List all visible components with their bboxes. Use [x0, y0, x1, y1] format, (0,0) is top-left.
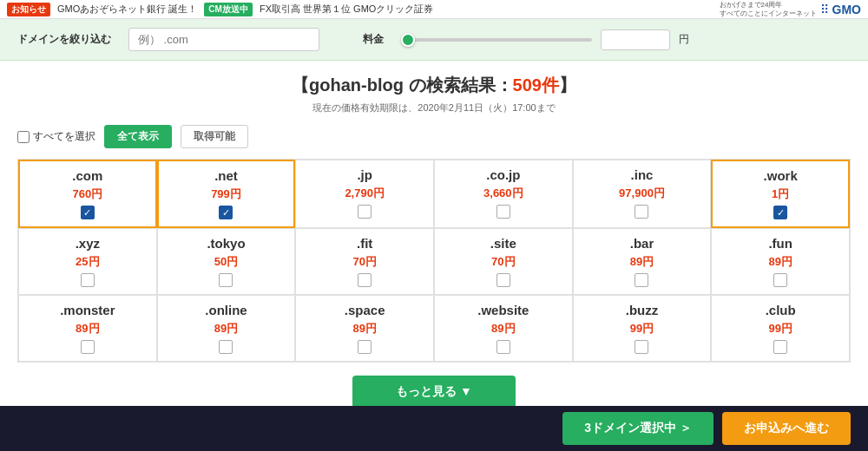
domain-name-buzz: .buzz [626, 303, 659, 317]
price-slider-container: 円 [401, 29, 851, 50]
select-all-label: すべてを選択 [33, 129, 95, 144]
domain-name-bar: .bar [630, 236, 654, 251]
domain-price-co.jp: 3,660円 [483, 186, 523, 201]
result-subtitle: 現在の価格有効期限は、2020年2月11日（火）17:00まで [17, 101, 851, 114]
all-tab-button[interactable]: 全て表示 [104, 125, 172, 148]
gmo-logo: GMO [832, 3, 861, 16]
domain-checkbox-club[interactable] [773, 340, 787, 354]
main-content: 【gohan-blog の検索結果：509件】 現在の価格有効期限は、2020年… [0, 61, 868, 430]
select-all-checkbox[interactable] [17, 131, 30, 143]
ad-right: おかげさまで24周年 すべてのことにインターネット ⠿ GMO [720, 1, 861, 17]
domain-checkbox-net[interactable] [219, 206, 233, 219]
result-title: 【gohan-blog の検索結果：509件】 [17, 74, 851, 97]
domain-filter-input[interactable] [128, 28, 319, 51]
domain-cell-monster: .monster89円 [18, 295, 157, 362]
domain-name-com: .com [72, 168, 102, 183]
domain-price-club: 99円 [768, 321, 792, 337]
price-label: 料金 [363, 32, 384, 47]
domain-price-website: 89円 [491, 321, 515, 337]
domain-name-monster: .monster [60, 303, 115, 317]
domain-name-fit: .fit [357, 236, 372, 251]
domain-cell-site: .site70円 [434, 228, 573, 295]
domain-checkbox-jp[interactable] [358, 205, 372, 219]
yen-label: 円 [679, 32, 689, 47]
domain-checkbox-online[interactable] [219, 340, 233, 354]
domain-price-inc: 97,900円 [619, 186, 665, 201]
domain-price-net: 799円 [211, 186, 241, 202]
domain-name-online: .online [205, 303, 247, 317]
domain-name-club: .club [766, 303, 796, 317]
domain-filter-label: ドメインを絞り込む [17, 32, 111, 47]
bottom-bar: 3ドメイン選択中 ＞ お申込みへ進む [0, 406, 868, 451]
tab-area: すべてを選択 全て表示 取得可能 [17, 125, 851, 148]
price-slider-thumb[interactable] [401, 33, 415, 47]
price-input[interactable] [601, 29, 670, 50]
ad-small-text: おかげさまで24周年 すべてのことにインターネット [720, 1, 817, 17]
domain-cell-website: .website89円 [434, 295, 573, 362]
domain-checkbox-website[interactable] [496, 340, 510, 354]
ad-cm-label: CM放送中 [204, 3, 253, 16]
domain-checkbox-bar[interactable] [635, 273, 648, 287]
domain-cell-club: .club99円 [711, 295, 850, 362]
domain-price-fit: 70円 [352, 254, 376, 270]
domain-cell-com: .com760円 [18, 160, 157, 228]
domain-name-tokyo: .tokyo [207, 236, 245, 251]
domain-cell-inc: .inc97,900円 [573, 160, 712, 228]
domain-checkbox-site[interactable] [496, 273, 510, 287]
domain-checkbox-work[interactable] [773, 206, 787, 219]
domain-checkbox-co.jp[interactable] [496, 205, 510, 219]
domain-cell-jp: .jp2,790円 [295, 160, 434, 228]
domain-cell-tokyo: .tokyo50円 [157, 228, 296, 295]
ad-text-1: GMOあおぞらネット銀行 誕生！ [57, 3, 197, 16]
available-tab-button[interactable]: 取得可能 [181, 125, 248, 148]
domain-cell-co.jp: .co.jp3,660円 [434, 160, 573, 228]
grid-icon: ⠿ [820, 3, 829, 16]
domain-cell-bar: .bar89円 [573, 228, 712, 295]
domain-checkbox-xyz[interactable] [81, 273, 95, 287]
domain-cell-work: .work1円 [711, 160, 850, 228]
ad-text-2: FX取引高 世界第１位 GMOクリック証券 [260, 3, 433, 16]
domain-checkbox-monster[interactable] [81, 340, 95, 354]
domain-name-inc: .inc [631, 167, 654, 182]
domain-price-jp: 2,790円 [345, 186, 385, 201]
domain-cell-fit: .fit70円 [295, 228, 434, 295]
domain-price-tokyo: 50円 [214, 254, 238, 270]
domain-name-xyz: .xyz [76, 236, 100, 251]
domain-name-website: .website [477, 303, 529, 317]
result-count: 509件 [513, 75, 559, 95]
domain-price-space: 89円 [352, 321, 376, 337]
domain-cell-buzz: .buzz99円 [573, 295, 712, 362]
domain-price-site: 70円 [491, 254, 515, 270]
domain-cell-xyz: .xyz25円 [18, 228, 157, 295]
select-all-container: すべてを選択 [17, 129, 95, 144]
domain-price-xyz: 25円 [76, 254, 99, 270]
domain-checkbox-space[interactable] [358, 340, 372, 354]
price-slider-track[interactable] [401, 38, 592, 42]
ad-bar: お知らせ GMOあおぞらネット銀行 誕生！ CM放送中 FX取引高 世界第１位 … [0, 0, 868, 19]
apply-button[interactable]: お申込みへ進む [722, 412, 851, 445]
ad-notice-label: お知らせ [7, 3, 50, 16]
domain-price-com: 760円 [72, 186, 102, 202]
domain-name-net: .net [214, 168, 238, 183]
domain-name-space: .space [345, 303, 385, 317]
domain-cell-fun: .fun89円 [711, 228, 850, 295]
domain-name-jp: .jp [357, 167, 372, 182]
domain-checkbox-tokyo[interactable] [219, 273, 233, 287]
domain-checkbox-inc[interactable] [635, 205, 648, 219]
domain-price-bar: 89円 [630, 254, 654, 270]
select-domains-button[interactable]: 3ドメイン選択中 ＞ [562, 412, 713, 445]
domain-name-work: .work [764, 168, 798, 183]
domain-grid: .com760円.net799円.jp2,790円.co.jp3,660円.in… [17, 159, 851, 363]
domain-name-fun: .fun [768, 236, 792, 251]
more-button[interactable]: もっと見る ▼ [352, 376, 516, 409]
domain-checkbox-com[interactable] [81, 206, 95, 219]
domain-price-online: 89円 [214, 321, 238, 337]
domain-price-work: 1円 [772, 186, 789, 202]
domain-price-buzz: 99円 [630, 321, 654, 337]
domain-checkbox-fit[interactable] [358, 273, 372, 287]
domain-checkbox-buzz[interactable] [635, 340, 648, 354]
domain-price-monster: 89円 [76, 321, 99, 337]
domain-cell-space: .space89円 [295, 295, 434, 362]
domain-name-site: .site [490, 236, 516, 251]
domain-checkbox-fun[interactable] [773, 273, 787, 287]
